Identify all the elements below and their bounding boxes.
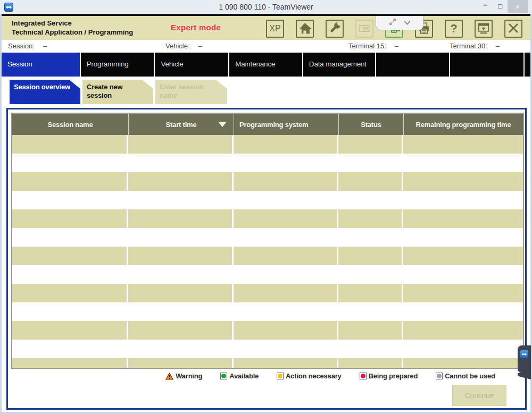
chevron-down-icon: [404, 18, 411, 28]
table-row: [12, 135, 523, 154]
table-cell: [234, 265, 338, 284]
status-value: –: [198, 42, 202, 50]
status-value: –: [496, 42, 500, 50]
main-tab-maintenance[interactable]: Maintenance: [229, 53, 302, 77]
status-legend: WarningAvailableAction necessaryBeing pr…: [10, 372, 523, 380]
table-row: [12, 191, 523, 209]
warning-triangle-icon: [165, 373, 173, 380]
minimize-window-button[interactable]: –: [483, 1, 487, 9]
status-vehicle: Vehicle:–: [165, 42, 202, 50]
column-header-start-time[interactable]: Start time: [128, 114, 234, 135]
table-cell: [338, 135, 403, 154]
status-circle-icon: [277, 373, 284, 379]
table-cell: [128, 209, 234, 228]
table-cell: [128, 135, 234, 154]
table-cell: [234, 154, 338, 172]
legend-label: Being prepared: [369, 372, 418, 380]
table-cell: [12, 340, 128, 358]
table-cell: [234, 340, 338, 358]
table-cell: [12, 135, 128, 154]
minimize-app-button[interactable]: [475, 20, 493, 38]
content-panel: Session nameStart timeProgramming system…: [6, 108, 527, 410]
table-row: [12, 228, 523, 247]
table-row: [12, 302, 523, 321]
xp-label: XP: [269, 24, 280, 33]
status-label: Vehicle:: [165, 42, 190, 50]
table-cell: [234, 135, 338, 154]
table-cell: [12, 247, 128, 265]
table-cell: [403, 340, 523, 358]
main-tab-session[interactable]: Session: [2, 53, 80, 77]
expand-arrows-icon: [389, 18, 396, 28]
table-cell: [338, 302, 403, 321]
main-tab-programming[interactable]: Programming: [81, 53, 154, 77]
close-window-button[interactable]: ×: [508, 0, 528, 13]
table-row: [12, 247, 523, 265]
table-cell: [338, 191, 403, 209]
table-cell: [12, 302, 128, 321]
table-body: [12, 135, 523, 369]
table-cell: [338, 358, 403, 369]
column-label: Remaining programming time: [416, 121, 511, 129]
column-header-remaining-programming-time[interactable]: Remaining programming time: [403, 114, 523, 135]
continue-button[interactable]: Continue: [452, 385, 506, 406]
table-cell: [128, 247, 234, 265]
table-cell: [403, 358, 523, 369]
table-cell: [12, 284, 128, 302]
main-tab-label: Programming: [87, 60, 129, 69]
app-title-line2: Technical Application / Programming: [12, 28, 133, 37]
column-label: Start time: [166, 121, 197, 129]
table-cell: [12, 321, 128, 340]
table-header: Session nameStart timeProgramming system…: [12, 114, 523, 135]
table-cell: [338, 284, 403, 302]
exit-button[interactable]: [504, 20, 522, 38]
table-row: [12, 265, 523, 284]
maximize-window-button[interactable]: □: [498, 2, 502, 10]
status-circle-icon: [436, 373, 443, 379]
legend-label: Warning: [176, 372, 202, 380]
table-cell: [403, 191, 523, 209]
screen-minimize-icon: [476, 20, 492, 38]
main-tab-empty-5: [376, 53, 450, 77]
sub-tab-session-overview[interactable]: Session overview: [10, 80, 80, 104]
home-button[interactable]: [296, 20, 314, 38]
column-header-programming-system[interactable]: Programming system: [234, 114, 338, 135]
main-tab-empty-7: [525, 53, 530, 77]
main-tab-vehicle[interactable]: Vehicle: [155, 53, 228, 77]
sub-tab-label: Enter session name: [160, 83, 204, 99]
titlebar[interactable]: 1 090 800 110 - TeamViewer – □ ×: [0, 0, 532, 14]
table-cell: [403, 209, 523, 228]
sub-tab-label: Create new session: [87, 83, 122, 99]
table-cell: [128, 228, 234, 247]
table-row: [12, 321, 523, 340]
xp-button[interactable]: XP: [266, 20, 284, 38]
table-cell: [234, 302, 338, 321]
table-row: [12, 358, 523, 369]
main-tab-label: Data management: [309, 60, 367, 69]
main-tab-data-management[interactable]: Data management: [303, 53, 375, 77]
table-cell: [128, 302, 234, 321]
status-label: Terminal 30:: [450, 42, 487, 50]
main-tab-label: Maintenance: [235, 60, 275, 69]
table-cell: [403, 135, 523, 154]
help-button[interactable]: ?: [445, 20, 463, 38]
sort-desc-icon: [218, 122, 227, 127]
session-table: Session nameStart timeProgramming system…: [11, 113, 524, 369]
column-header-status[interactable]: Status: [338, 114, 403, 135]
table-cell: [128, 358, 234, 369]
table-cell: [128, 340, 234, 358]
status-value: –: [43, 42, 47, 50]
teamviewer-edge-tab[interactable]: [518, 345, 531, 373]
column-header-session-name[interactable]: Session name: [12, 114, 128, 135]
teamviewer-panel-handle[interactable]: [376, 16, 423, 30]
table-cell: [12, 265, 128, 284]
sub-tab-create-new-session[interactable]: Create new session: [82, 80, 153, 104]
status-session: Session:–: [8, 42, 47, 50]
window-title: 1 090 800 110 - TeamViewer: [0, 3, 532, 11]
status-label: Session:: [8, 42, 35, 50]
main-tab-label: Vehicle: [161, 60, 183, 69]
app-header: Integrated Service Technical Application…: [2, 16, 530, 40]
settings-button[interactable]: [326, 20, 344, 38]
table-cell: [128, 154, 234, 172]
legend-item-action-necessary: Action necessary: [277, 372, 341, 380]
